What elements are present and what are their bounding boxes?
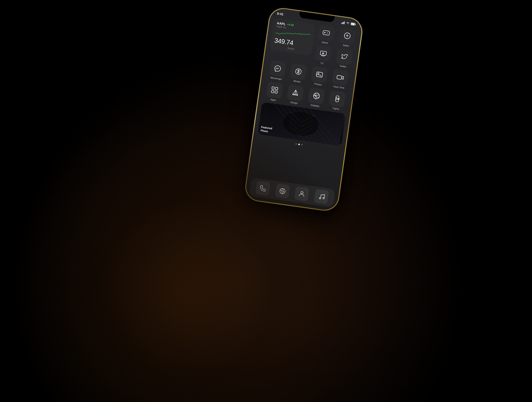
facetime-icon — [336, 73, 345, 82]
app-icon-twitter — [336, 48, 353, 65]
photos-icon — [315, 70, 324, 79]
app-icon-tv — [315, 45, 332, 62]
right-column: Game — [312, 24, 337, 66]
svg-rect-0 — [341, 23, 342, 24]
app-label-safari: Safari — [343, 44, 349, 47]
app-label-money: Money — [293, 80, 301, 83]
design-icon — [291, 89, 300, 97]
app-label-twitter: Twitter — [339, 64, 347, 68]
svg-rect-6 — [355, 24, 356, 25]
figma-icon — [333, 95, 342, 103]
app-item-twitter[interactable]: Twitter — [333, 48, 355, 69]
dock-item-phone[interactable] — [255, 181, 271, 196]
app-label-design: Design — [290, 101, 298, 105]
svg-point-11 — [327, 33, 327, 33]
svg-rect-7 — [323, 30, 330, 35]
dribbble-icon — [312, 92, 321, 100]
app-label-figma: Figma — [332, 107, 339, 111]
phone-icon — [259, 185, 267, 192]
dot-2-active — [298, 144, 300, 145]
messenger-icon — [273, 64, 282, 73]
dock-item-contacts[interactable] — [294, 186, 309, 202]
app-label-dribbble: Dribbble — [310, 104, 319, 108]
app-icon-design — [287, 84, 304, 102]
app-label-game: Game — [322, 41, 328, 45]
svg-point-10 — [327, 33, 328, 33]
app-label-apps: Apps — [270, 98, 276, 102]
app-label-facetime: Face Time — [333, 85, 345, 90]
dock-item-music[interactable] — [314, 189, 329, 204]
app-item-messenger[interactable]: Messenger — [267, 60, 288, 81]
person-icon — [298, 190, 306, 197]
svg-line-28 — [336, 99, 339, 99]
app-icon-safari — [339, 27, 356, 45]
app-icon-apps — [266, 81, 283, 99]
svg-rect-25 — [275, 91, 278, 93]
app-item-apps[interactable]: Apps — [264, 81, 285, 103]
apps-icon — [270, 86, 279, 94]
svg-rect-24 — [271, 90, 274, 93]
money-icon — [294, 67, 303, 76]
svg-rect-1 — [342, 22, 343, 24]
app-icon-dribbble — [308, 87, 325, 105]
app-icon-messenger — [269, 60, 286, 77]
svg-rect-22 — [272, 87, 274, 89]
stocks-change: +4.50 — [287, 23, 294, 27]
dot-1 — [295, 143, 297, 145]
globe-icon — [279, 187, 286, 195]
app-label-messenger: Messenger — [270, 76, 282, 81]
stocks-widget[interactable]: AAPL +4.50 Apple Inc. — [270, 18, 316, 56]
app-item-facetime[interactable]: Face Time — [329, 69, 351, 90]
twitter-icon — [340, 52, 348, 60]
app-icon-photos — [311, 66, 328, 83]
app-icon-money — [290, 63, 307, 80]
app-item-game[interactable]: Game — [315, 24, 337, 46]
app-item-design[interactable]: Design — [285, 84, 306, 106]
dock-item-globe[interactable] — [275, 184, 290, 199]
app-item-figma[interactable]: Figma — [326, 90, 348, 111]
signal-icon — [341, 21, 345, 25]
music-icon — [318, 193, 325, 200]
game-icon — [322, 28, 330, 37]
dot-3 — [301, 144, 303, 146]
tv-icon — [319, 49, 327, 58]
app-label-photos: Photos — [314, 82, 322, 86]
svg-rect-2 — [343, 22, 344, 24]
app-icon-game — [317, 24, 335, 42]
app-label-tv: TV — [320, 62, 324, 65]
svg-marker-13 — [322, 52, 325, 54]
safari-icon — [343, 31, 351, 40]
app-item-dribbble[interactable]: Dribbble — [305, 87, 327, 108]
status-icons — [341, 21, 356, 26]
battery-icon — [351, 22, 356, 26]
svg-point-43 — [319, 197, 321, 199]
app-item-safari[interactable]: Safari — [336, 27, 358, 48]
app-icon-facetime — [332, 69, 349, 86]
app-item-tv[interactable]: TV — [312, 45, 334, 66]
svg-rect-21 — [337, 75, 342, 80]
status-time: 9:41 — [277, 12, 283, 16]
svg-line-9 — [324, 33, 325, 33]
svg-point-44 — [323, 197, 325, 199]
svg-rect-23 — [275, 87, 278, 90]
svg-rect-5 — [351, 23, 355, 25]
svg-point-42 — [301, 191, 303, 194]
safari-twitter-col: Safari Twitter — [333, 27, 358, 69]
app-item-money[interactable]: Money — [288, 63, 309, 84]
svg-rect-3 — [344, 21, 345, 24]
app-icon-figma — [329, 90, 346, 108]
wifi-icon — [346, 22, 350, 25]
app-item-photos[interactable]: Photos — [309, 66, 330, 87]
